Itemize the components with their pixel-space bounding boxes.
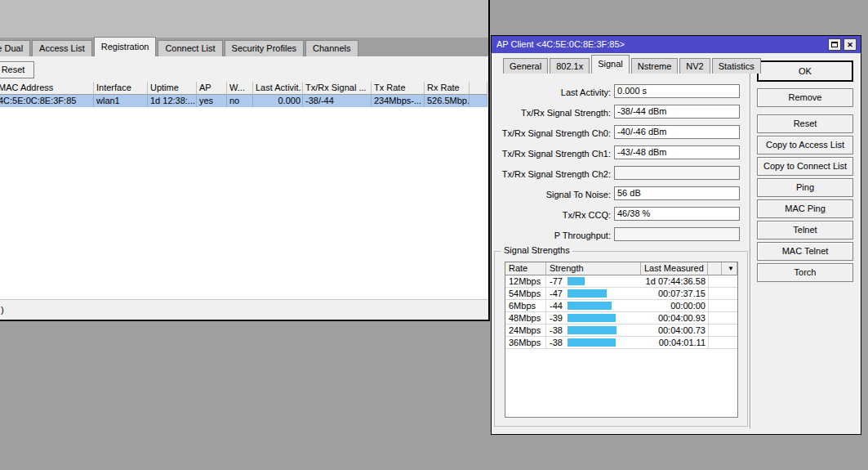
cell-tx-rate[interactable]: 234Mbps-... [372, 95, 425, 107]
strength-bar [568, 302, 612, 310]
cell-last-activity[interactable]: 0.000 [253, 95, 303, 107]
cell-rx-rate[interactable]: 526.5Mbp... [425, 95, 470, 107]
ping-button[interactable]: Ping [757, 178, 853, 197]
dialog-titlebar[interactable]: AP Client <4C:5E:0C:8E:3F:85> [492, 36, 861, 53]
status-text: ) [1, 300, 4, 320]
registration-row-selected[interactable]: 4C:5E:0C:8E:3F:85 wlan1 1d 12:38:... yes… [0, 95, 487, 107]
maximize-icon [831, 42, 838, 47]
copy-to-access-list-button[interactable]: Copy to Access List [757, 136, 853, 154]
ap-client-dialog: AP Client <4C:5E:0C:8E:3F:85> ✕ General … [491, 35, 861, 435]
tab-access-list[interactable]: Access List [32, 40, 92, 56]
txrx-signal-strength-ch2-label: Tx/Rx Signal Strength Ch2: [492, 168, 611, 181]
signal-row[interactable]: 54Mbps -47 00:07:37.15 [505, 288, 737, 300]
txrx-ccq-field[interactable]: 46/38 % [614, 207, 740, 221]
status-bar: ) [0, 300, 488, 320]
strength-value: -38 [546, 337, 564, 348]
txrx-signal-strength-field[interactable]: -38/-44 dBm [614, 105, 740, 119]
strength-cell: -77 [546, 275, 641, 287]
tab-nv2[interactable]: NV2 [679, 58, 710, 74]
window-right-border [488, 0, 490, 321]
registration-table: MAC Address Interface Uptime AP W... Las… [0, 82, 487, 299]
strength-value: -77 [546, 275, 564, 287]
p-throughput-field[interactable] [614, 227, 740, 241]
close-button[interactable]: ✕ [844, 38, 857, 51]
last-activity-field[interactable]: 0.000 s [614, 84, 740, 98]
col-rate[interactable]: Rate [505, 262, 546, 275]
row-spacer [708, 275, 723, 287]
row-spacer [708, 325, 723, 336]
remove-button[interactable]: Remove [757, 88, 853, 107]
mac-telnet-button[interactable]: MAC Telnet [757, 242, 853, 261]
col-tx-rate[interactable]: Tx Rate [372, 82, 425, 95]
signal-to-noise-field[interactable]: 56 dB [614, 186, 740, 200]
desktop: { "colors": { "titlebar": "#4c4ac8", "se… [0, 0, 868, 470]
col-wds[interactable]: W... [227, 82, 253, 95]
strength-cell: -38 [546, 337, 641, 348]
telnet-button[interactable]: Telnet [757, 221, 853, 239]
signal-row[interactable]: 12Mbps -77 1d 07:44:36.58 [505, 275, 737, 288]
row-spacer [708, 300, 723, 311]
col-last-activity[interactable]: Last Activit... [253, 82, 303, 95]
cell-interface[interactable]: wlan1 [94, 95, 148, 107]
txrx-signal-strength-ch2-field[interactable] [614, 166, 740, 180]
reset-toolbar-button[interactable]: Reset [0, 61, 34, 78]
tab-statistics[interactable]: Statistics [712, 58, 761, 74]
tab-registration[interactable]: Registration [94, 37, 157, 56]
wireless-tab-bar: eme Dual Access List Registration Connec… [0, 38, 360, 56]
maximize-button[interactable] [828, 38, 841, 51]
txrx-signal-strength-ch1-field[interactable]: -43/-48 dBm [614, 145, 740, 159]
tab-nstreme-dual[interactable]: eme Dual [0, 40, 30, 56]
tab-connect-list[interactable]: Connect List [158, 40, 222, 56]
tab-8021x[interactable]: 802.1x [550, 58, 590, 74]
col-last-measured[interactable]: Last Measured [641, 262, 708, 275]
tab-security-profiles[interactable]: Security Profiles [225, 40, 304, 56]
torch-button[interactable]: Torch [757, 263, 853, 282]
strength-bar [568, 314, 616, 322]
registration-table-body[interactable] [0, 107, 487, 299]
col-blank [470, 82, 487, 95]
dialog-title: AP Client <4C:5E:0C:8E:3F:85> [496, 39, 625, 49]
col-ap[interactable]: AP [197, 82, 227, 95]
row-spacer [708, 288, 723, 299]
cell-wds[interactable]: no [227, 95, 253, 107]
col-txrx-signal[interactable]: Tx/Rx Signal ... [303, 82, 372, 95]
cell-ap[interactable]: yes [197, 95, 227, 107]
strength-value: -47 [546, 288, 564, 299]
txrx-signal-strength-label: Tx/Rx Signal Strength: [492, 106, 611, 120]
col-rx-rate[interactable]: Rx Rate [425, 82, 470, 95]
cell-uptime[interactable]: 1d 12:38:... [148, 95, 197, 107]
strength-value: -38 [546, 325, 564, 336]
strength-bar [568, 338, 616, 347]
col-uptime[interactable]: Uptime [148, 82, 197, 95]
last-measured-value: 1d 07:44:36.58 [641, 275, 708, 287]
last-measured-value: 00:04:00.73 [641, 325, 708, 336]
signal-row[interactable]: 24Mbps -38 00:04:00.73 [505, 325, 737, 337]
cell-txrx-signal[interactable]: -38/-44 [303, 95, 372, 107]
registration-table-header: MAC Address Interface Uptime AP W... Las… [0, 82, 487, 95]
txrx-signal-strength-ch1-label: Tx/Rx Signal Strength Ch1: [492, 147, 611, 161]
txrx-signal-strength-ch0-label: Tx/Rx Signal Strength Ch0: [492, 127, 611, 141]
tab-nstreme[interactable]: Nstreme [631, 58, 679, 74]
copy-to-connect-list-button[interactable]: Copy to Connect List [757, 157, 853, 176]
cell-mac-address[interactable]: 4C:5E:0C:8E:3F:85 [0, 95, 94, 107]
signal-row[interactable]: 6Mbps -44 00:00:00 [505, 300, 737, 312]
signal-to-noise-label: Signal To Noise: [492, 188, 611, 202]
dropdown-icon: ▼ [728, 265, 734, 272]
mac-ping-button[interactable]: MAC Ping [757, 199, 853, 218]
tab-channels[interactable]: Channels [305, 40, 358, 56]
col-mac-address[interactable]: MAC Address [0, 82, 94, 95]
strength-value: -39 [546, 312, 564, 324]
signal-row[interactable]: 36Mbps -38 00:04:01.11 [505, 337, 737, 349]
tab-signal[interactable]: Signal [591, 55, 630, 74]
reset-button[interactable]: Reset [757, 114, 853, 133]
txrx-signal-strength-ch0-field[interactable]: -40/-46 dBm [614, 125, 740, 139]
ok-button[interactable]: OK [757, 60, 853, 82]
strength-bar [568, 289, 607, 298]
close-icon: ✕ [847, 41, 853, 49]
rate-value: 54Mbps [505, 288, 546, 299]
column-dropdown-button[interactable]: ▼ [722, 262, 737, 275]
tab-general[interactable]: General [503, 58, 548, 74]
signal-row[interactable]: 48Mbps -39 00:04:00.93 [505, 312, 737, 325]
col-interface[interactable]: Interface [94, 82, 148, 95]
col-strength[interactable]: Strength [546, 262, 641, 275]
